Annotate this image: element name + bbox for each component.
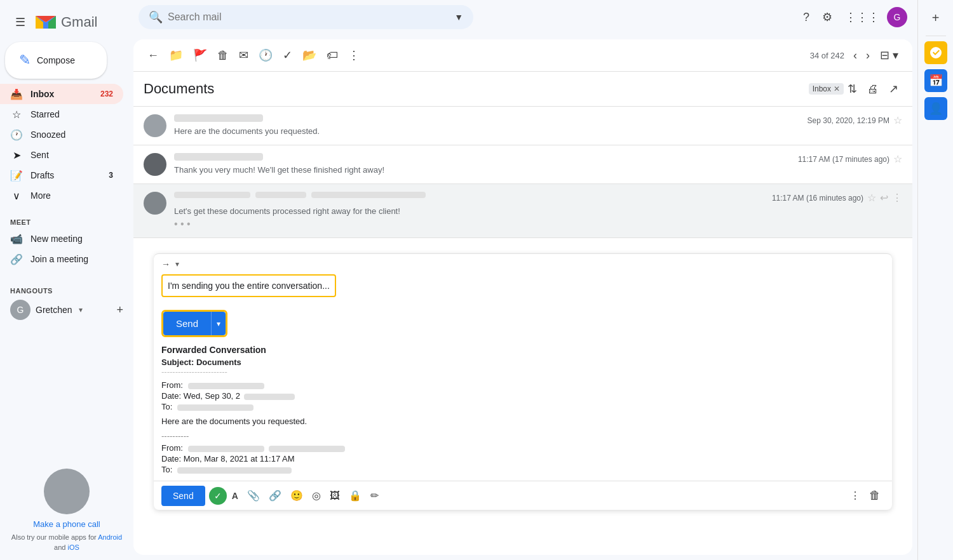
search-bar: 🔍 ▼: [139, 5, 473, 29]
back-button[interactable]: ←: [144, 45, 163, 66]
delete-button[interactable]: 🗑: [213, 45, 233, 66]
emoji-button[interactable]: 🙂: [287, 486, 307, 505]
nav-snoozed[interactable]: 🕐 Snoozed: [0, 124, 123, 145]
tasks-svg: [929, 46, 943, 60]
forwarded-subject: Subject: Documents: [161, 357, 884, 367]
link-button[interactable]: 🔗: [265, 486, 285, 505]
compose-text-highlighted[interactable]: I'm sending you the entire conversation.…: [161, 274, 336, 297]
compose-body: I'm sending you the entire conversation.…: [154, 274, 892, 481]
format-button[interactable]: A: [228, 487, 242, 505]
mark-button[interactable]: ✉: [235, 44, 252, 66]
user-avatar[interactable]: G: [887, 7, 907, 27]
rs-contacts-icon[interactable]: 👤: [924, 97, 947, 120]
attach-button[interactable]: 📎: [243, 486, 264, 505]
drafts-label: Drafts: [30, 170, 101, 180]
rs-expand-button[interactable]: +: [923, 5, 949, 30]
open-new-button[interactable]: ↗: [885, 78, 902, 100]
sent-icon: ➤: [10, 149, 23, 161]
compose-send-bottom-button[interactable]: Send: [161, 486, 205, 506]
view-options-button[interactable]: ⊟ ▾: [876, 44, 902, 66]
thread-title: Documents: [144, 81, 804, 97]
print-button[interactable]: 🖨: [863, 78, 882, 100]
star-button-3[interactable]: ☆: [867, 192, 876, 204]
nav-sent[interactable]: ➤ Sent: [0, 145, 123, 165]
compose-check-button[interactable]: ✓: [209, 487, 227, 505]
photo-button[interactable]: 🖼: [326, 486, 344, 505]
lock-button[interactable]: 🔒: [345, 486, 365, 505]
avatar-1: [144, 114, 166, 137]
search-input[interactable]: [168, 11, 449, 23]
compose-toolbar: Send ✓ A 📎 🔗 🙂 ◎ 🖼 🔒 ✏ ⋮ 🗑: [154, 481, 892, 510]
star-button-2[interactable]: ☆: [893, 153, 902, 165]
compose-more-button[interactable]: ⋮: [846, 486, 864, 505]
sender-placeholder-1: Here are the documents you requested.: [174, 114, 320, 136]
prev-email-button[interactable]: ‹: [849, 45, 861, 66]
compose-to-chevron: ▾: [175, 260, 179, 269]
settings-button[interactable]: ⚙: [817, 5, 837, 29]
send-btn-area: Send ▾: [161, 310, 884, 337]
drive-button[interactable]: ◎: [308, 486, 325, 505]
nav-new-meeting[interactable]: 📹 New meeting: [0, 229, 123, 249]
send-button-highlight: Send ▾: [161, 310, 227, 337]
label-button[interactable]: 🏷: [323, 45, 342, 66]
rs-calendar-icon[interactable]: 📅: [924, 69, 947, 92]
snooze-button[interactable]: 🕐: [255, 44, 276, 66]
inbox-tag-remove[interactable]: ✕: [834, 84, 840, 93]
nav-drafts[interactable]: 📝 Drafts 3: [0, 165, 123, 185]
nav-inbox[interactable]: 📥 Inbox 232: [0, 84, 123, 104]
date-ph-1: [244, 394, 295, 400]
send-main-button[interactable]: Send: [163, 312, 211, 335]
archive-button[interactable]: 📁: [165, 44, 187, 66]
hamburger-button[interactable]: ☰: [10, 10, 30, 34]
email-item-3[interactable]: 11:17 AM (16 minutes ago) ☆ ↩ ⋮ Let's ge…: [133, 184, 912, 238]
from-label-1: From:: [161, 380, 183, 390]
email-item-1[interactable]: Here are the documents you requested. Se…: [133, 107, 912, 145]
more-button-3[interactable]: ⋮: [892, 192, 902, 204]
phone-call-link[interactable]: Make a phone call: [10, 519, 123, 529]
to-meta-2: To:: [161, 465, 884, 474]
send-dropdown-button[interactable]: ▾: [211, 312, 226, 335]
more-actions-button[interactable]: ⋮: [344, 44, 363, 66]
subject-value: Documents: [196, 357, 241, 367]
android-link[interactable]: Android: [98, 533, 122, 541]
compose-button[interactable]: ✎ Compose: [5, 42, 107, 79]
email-text-2: Thank you very much! We'll get these fin…: [174, 165, 384, 175]
email-body-3: 11:17 AM (16 minutes ago) ☆ ↩ ⋮ Let's ge…: [174, 192, 902, 230]
forwarded-divider: ------------------------: [161, 367, 884, 377]
hangout-add-button[interactable]: +: [116, 303, 123, 317]
inbox-tag-label: Inbox: [813, 84, 831, 93]
move-button[interactable]: 📂: [299, 44, 320, 66]
sender-ph-3b: [255, 192, 306, 198]
nav-more[interactable]: ∨ More: [0, 185, 123, 206]
hangouts-section: Hangouts G Gretchen ▾ +: [0, 274, 133, 328]
rs-tasks-icon[interactable]: [924, 41, 947, 64]
hangout-user-item[interactable]: G Gretchen ▾ +: [0, 297, 133, 323]
main-wrapper: 🔍 ▼ ? ⚙ ⋮⋮⋮ G ← 📁 🚩 🗑 ✉ 🕐 ✓ 📂 🏷 ⋮ 34 of …: [133, 0, 917, 560]
search-dropdown-button[interactable]: ▼: [454, 12, 463, 22]
nav-starred[interactable]: ☆ Starred: [0, 104, 123, 124]
time-text-1: Sep 30, 2020, 12:19 PM: [808, 116, 889, 125]
ios-link[interactable]: iOS: [68, 543, 79, 551]
apps-button[interactable]: ⋮⋮⋮: [840, 5, 884, 29]
compose-delete-button[interactable]: 🗑: [865, 485, 884, 506]
email-meta-1: Here are the documents you requested. Se…: [174, 114, 902, 136]
rs-divider-1: [926, 36, 946, 36]
report-button[interactable]: 🚩: [189, 44, 211, 66]
star-button-1[interactable]: ☆: [893, 114, 902, 126]
from-meta-2: From:: [161, 443, 884, 453]
task-button[interactable]: ✓: [279, 44, 296, 66]
nav-join-meeting[interactable]: 🔗 Join a meeting: [0, 249, 123, 269]
help-button[interactable]: ?: [798, 6, 814, 29]
email-item-2[interactable]: Thank you very much! We'll get these fin…: [133, 145, 912, 184]
thread-header-actions: ⇅ 🖨 ↗: [844, 78, 902, 100]
drafts-badge: 3: [109, 171, 113, 180]
email-toolbar: ← 📁 🚩 🗑 ✉ 🕐 ✓ 📂 🏷 ⋮ 34 of 242 ‹ › ⊟ ▾: [133, 39, 912, 72]
join-meeting-label: Join a meeting: [30, 254, 113, 264]
time-text-3: 11:17 AM (16 minutes ago): [772, 194, 863, 203]
reply-button-3[interactable]: ↩: [880, 192, 888, 204]
star-icon: ☆: [10, 109, 23, 121]
separator: ----------: [161, 431, 884, 441]
signature-button[interactable]: ✏: [367, 486, 382, 505]
expand-all-button[interactable]: ⇅: [844, 78, 861, 100]
next-email-button[interactable]: ›: [862, 45, 874, 66]
